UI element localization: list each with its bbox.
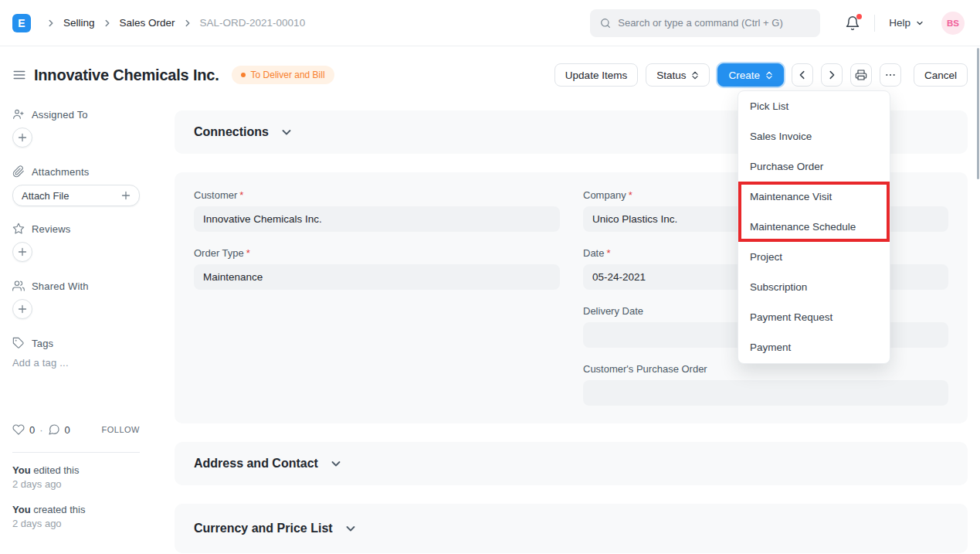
plus-icon xyxy=(18,247,27,257)
section-title: Address and Contact xyxy=(194,457,318,471)
add-tag-input[interactable]: Add a tag ... xyxy=(12,357,69,369)
required-asterisk: * xyxy=(606,247,610,259)
chevron-left-icon xyxy=(797,70,808,80)
menu-item-maintenance-schedule[interactable]: Maintenance Schedule xyxy=(738,212,890,242)
menu-item-maintenance-visit[interactable]: Maintenance Visit xyxy=(738,182,890,212)
status-badge: To Deliver and Bill xyxy=(232,66,334,84)
order-type-label: Order Type xyxy=(194,247,244,259)
plus-icon xyxy=(18,133,27,142)
order-type-input[interactable] xyxy=(194,264,560,290)
cancel-button[interactable]: Cancel xyxy=(914,63,968,87)
header-actions: Update Items Status Create xyxy=(554,63,968,87)
breadcrumb-sales-order[interactable]: Sales Order xyxy=(120,17,175,29)
sidebar-divider xyxy=(12,452,140,453)
assigned-to-label: Assigned To xyxy=(32,109,88,121)
breadcrumb-chevron-icon xyxy=(102,18,113,29)
tag-icon xyxy=(12,337,25,349)
print-button[interactable] xyxy=(850,63,872,87)
global-search[interactable] xyxy=(590,9,820,37)
section-currency-and-price-list[interactable]: Currency and Price List xyxy=(175,504,968,553)
previous-document-button[interactable] xyxy=(792,63,813,87)
user-avatar[interactable]: BS xyxy=(941,12,965,35)
printer-icon xyxy=(855,69,867,81)
chevron-up-down-icon xyxy=(691,71,699,80)
heart-icon[interactable] xyxy=(12,423,25,436)
likes-row: 0 · 0 FOLLOW xyxy=(12,423,140,436)
scrollbar-thumb[interactable] xyxy=(977,48,979,179)
breadcrumb: Selling Sales Order SAL-ORD-2021-00010 xyxy=(39,17,305,29)
shared-with-label: Shared With xyxy=(32,280,89,292)
activity-entry: You edited this 2 days ago xyxy=(12,464,79,491)
create-dropdown-menu: Pick List Sales Invoice Purchase Order M… xyxy=(738,90,890,364)
breadcrumb-chevron-icon xyxy=(182,18,193,29)
customer-label: Customer xyxy=(194,189,237,201)
navbar-divider xyxy=(874,15,875,32)
users-icon xyxy=(12,280,25,292)
chevron-down-icon xyxy=(280,126,293,138)
menu-item-project[interactable]: Project xyxy=(738,242,890,272)
help-menu[interactable]: Help xyxy=(889,17,924,29)
update-items-button[interactable]: Update Items xyxy=(554,63,638,87)
customer-input[interactable] xyxy=(194,206,560,232)
notifications-button[interactable] xyxy=(845,15,860,31)
create-label: Create xyxy=(728,70,760,81)
reviews-label: Reviews xyxy=(32,223,71,235)
attach-file-button[interactable]: Attach File xyxy=(12,185,140,206)
chevron-down-icon xyxy=(915,19,924,28)
menu-item-payment[interactable]: Payment xyxy=(738,332,890,362)
section-title: Currency and Price List xyxy=(194,522,333,535)
attachments-section: Attachments xyxy=(12,165,89,178)
create-button[interactable]: Create xyxy=(717,63,784,87)
comment-icon[interactable] xyxy=(48,423,60,436)
shared-with-section: Shared With xyxy=(12,280,89,292)
menu-item-purchase-order[interactable]: Purchase Order xyxy=(738,151,890,182)
section-address-and-contact[interactable]: Address and Contact xyxy=(175,442,968,485)
menu-item-subscription[interactable]: Subscription xyxy=(738,272,890,302)
status-badge-label: To Deliver and Bill xyxy=(251,70,325,80)
section-title: Connections xyxy=(194,125,269,139)
assign-user-icon xyxy=(12,108,25,121)
attach-file-label: Attach File xyxy=(22,190,69,202)
tags-section: Tags xyxy=(12,337,53,349)
app-logo[interactable]: E xyxy=(12,14,31,32)
plus-icon xyxy=(121,191,131,200)
more-options-button[interactable] xyxy=(880,63,901,87)
add-assignment-button[interactable] xyxy=(12,127,32,148)
status-button[interactable]: Status xyxy=(646,63,710,87)
cancel-label: Cancel xyxy=(924,70,957,81)
reviews-section: Reviews xyxy=(12,223,71,235)
paperclip-icon xyxy=(12,165,25,178)
form-column-left: Customer* Order Type* xyxy=(194,189,560,305)
attachments-label: Attachments xyxy=(32,166,89,178)
status-label: Status xyxy=(656,70,686,81)
activity-actor: You xyxy=(12,504,31,515)
menu-item-payment-request[interactable]: Payment Request xyxy=(738,302,890,332)
star-icon xyxy=(12,223,25,235)
delivery-date-label: Delivery Date xyxy=(583,305,643,317)
chevron-down-icon xyxy=(344,522,357,535)
plus-icon xyxy=(18,304,27,314)
activity-time: 2 days ago xyxy=(12,517,85,531)
search-input[interactable] xyxy=(590,9,820,37)
company-label: Company xyxy=(583,189,626,201)
activity-time: 2 days ago xyxy=(12,478,79,491)
activity-actor: You xyxy=(12,464,31,476)
follow-button[interactable]: FOLLOW xyxy=(102,425,140,434)
required-asterisk: * xyxy=(629,189,632,201)
breadcrumb-selling[interactable]: Selling xyxy=(63,17,95,29)
next-document-button[interactable] xyxy=(821,63,843,87)
customer-po-input[interactable] xyxy=(583,380,948,406)
menu-item-sales-invoice[interactable]: Sales Invoice xyxy=(738,121,890,151)
activity-entry: You created this 2 days ago xyxy=(12,503,85,531)
customer-po-field: Customer's Purchase Order xyxy=(583,363,948,406)
add-share-button[interactable] xyxy=(12,299,32,319)
menu-item-pick-list[interactable]: Pick List xyxy=(738,91,890,121)
breadcrumb-chevron-icon xyxy=(46,18,56,29)
notification-dot xyxy=(856,14,862,19)
sidebar-toggle-icon[interactable] xyxy=(12,68,26,82)
order-type-field: Order Type* xyxy=(194,247,560,290)
add-tag-placeholder: Add a tag ... xyxy=(12,357,69,369)
add-review-button[interactable] xyxy=(12,242,32,262)
top-navbar: E Selling Sales Order SAL-ORD-2021-00010… xyxy=(0,0,980,46)
page-header: Innovative Chemicals Inc. To Deliver and… xyxy=(12,60,968,90)
